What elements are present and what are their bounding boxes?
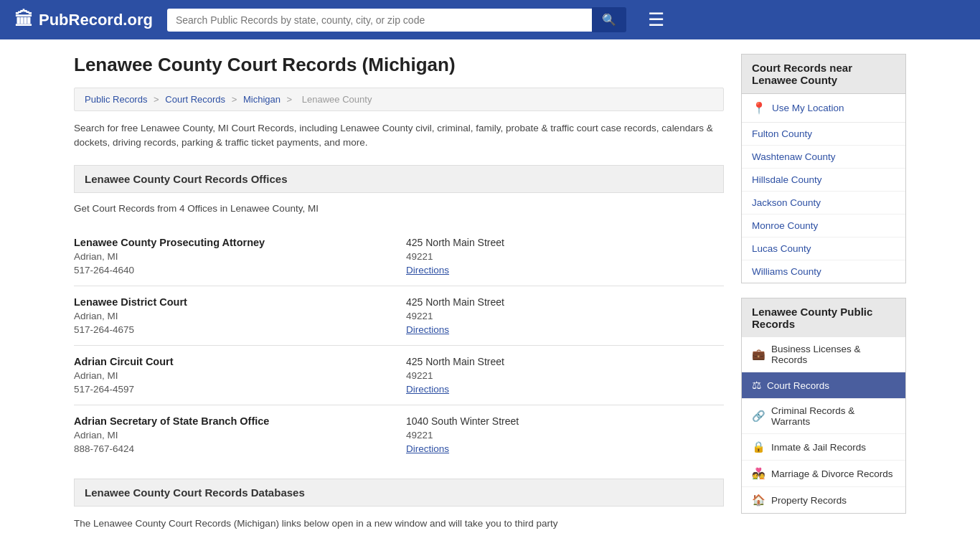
databases-section-header: Lenawee County Court Records Databases [74,479,724,507]
sidebar-item-label: Criminal Records & Warrants [771,405,895,427]
search-input[interactable] [167,9,592,32]
office-name: Adrian Circuit Court [74,356,392,367]
sidebar-item-court-records[interactable]: ⚖ Court Records [742,372,905,399]
sidebar-item-label: Business Licenses & Records [771,344,895,365]
office-entry: Lenawee County Prosecuting Attorney 425 … [74,227,724,286]
sidebar-public-records-section: 💼 Business Licenses & Records ⚖ Court Re… [741,337,906,514]
sidebar-item-williams-county[interactable]: Williams County [742,260,905,283]
sidebar-item-property-records[interactable]: 🏠 Property Records [742,487,905,513]
logo-icon: 🏛 [14,9,33,31]
breadcrumb-sep-2: > [232,94,240,105]
sidebar: Court Records near Lenawee County 📍 Use … [741,54,906,531]
directions-link[interactable]: Directions [406,324,724,335]
breadcrumb-court-records[interactable]: Court Records [165,94,225,105]
office-city: Adrian, MI [74,370,392,381]
office-phone: 517-264-4640 [74,265,392,276]
office-entry: Lenawee District Court 425 North Main St… [74,286,724,346]
briefcase-icon: 💼 [752,348,765,361]
office-zip: 49221 [406,311,724,321]
sidebar-item-inmate-records[interactable]: 🔒 Inmate & Jail Records [742,434,905,461]
lock-icon: 🔒 [752,441,765,453]
page-container: Lenawee County Court Records (Michigan) … [60,39,920,551]
office-zip: 49221 [406,430,724,441]
sidebar-item-fulton-county[interactable]: Fulton County [742,123,905,146]
office-city: Adrian, MI [74,311,392,321]
main-content: Lenawee County Court Records (Michigan) … [74,54,724,531]
office-city: Adrian, MI [74,430,392,441]
sidebar-item-jackson-county[interactable]: Jackson County [742,192,905,215]
directions-link[interactable]: Directions [406,384,724,395]
sidebar-item-criminal-records[interactable]: 🔗 Criminal Records & Warrants [742,399,905,434]
office-name: Lenawee District Court [74,296,392,308]
sidebar-public-records-title: Lenawee County Public Records [741,298,906,337]
offices-subtext: Get Court Records from 4 Offices in Lena… [74,203,724,214]
sidebar-item-label: Inmate & Jail Records [771,442,866,453]
site-logo[interactable]: 🏛 PubRecord.org [14,9,153,31]
breadcrumb-sep-3: > [287,94,295,105]
sidebar-nearby-section: 📍 Use My Location Fulton County Washtena… [741,94,906,283]
sidebar-item-washtenaw-county[interactable]: Washtenaw County [742,146,905,169]
location-icon: 📍 [752,101,766,115]
office-address: 425 North Main Street [406,356,724,367]
directions-link[interactable]: Directions [406,443,724,454]
breadcrumb-public-records[interactable]: Public Records [85,94,147,105]
site-header: 🏛 PubRecord.org 🔍 ☰ [0,0,980,39]
sidebar-nearby-title: Court Records near Lenawee County [741,54,906,94]
sidebar-item-monroe-county[interactable]: Monroe County [742,215,905,237]
office-entry: Adrian Secretary of State Branch Office … [74,405,724,464]
sidebar-item-business-licenses[interactable]: 💼 Business Licenses & Records [742,337,905,372]
office-zip: 49221 [406,251,724,262]
sidebar-item-hillsdale-county[interactable]: Hillsdale County [742,169,905,192]
search-bar: 🔍 [167,7,626,32]
sidebar-item-label: Marriage & Divorce Records [771,468,893,479]
sidebar-item-marriage-records[interactable]: 💑 Marriage & Divorce Records [742,461,905,487]
use-location-button[interactable]: 📍 Use My Location [742,94,905,123]
directions-link[interactable]: Directions [406,265,724,276]
office-entry: Adrian Circuit Court 425 North Main Stre… [74,346,724,405]
breadcrumb-lenawee: Lenawee County [302,94,372,105]
office-city: Adrian, MI [74,251,392,262]
office-phone: 517-264-4597 [74,384,392,395]
breadcrumb-sep-1: > [154,94,161,105]
office-phone: 888-767-6424 [74,443,392,454]
office-address: 425 North Main Street [406,237,724,248]
scales-icon: ⚖ [752,379,761,392]
sidebar-item-label: Property Records [771,495,847,506]
office-address: 1040 South Winter Street [406,415,724,427]
rings-icon: 💑 [752,467,765,480]
house-icon: 🏠 [752,494,765,507]
hamburger-menu-button[interactable]: ☰ [648,9,664,31]
office-phone: 517-264-4675 [74,324,392,335]
sidebar-item-lucas-county[interactable]: Lucas County [742,237,905,260]
offices-section-header: Lenawee County Court Records Offices [74,165,724,193]
offices-list: Lenawee County Prosecuting Attorney 425 … [74,227,724,464]
office-address: 425 North Main Street [406,296,724,308]
page-title: Lenawee County Court Records (Michigan) [74,54,724,76]
office-name: Adrian Secretary of State Branch Office [74,415,392,427]
office-name: Lenawee County Prosecuting Attorney [74,237,392,248]
breadcrumb: Public Records > Court Records > Michiga… [74,88,724,111]
use-location-label: Use My Location [772,103,844,113]
logo-text: PubRecord.org [39,11,153,29]
link-icon: 🔗 [752,410,765,423]
databases-description: The Lenawee County Court Records (Michig… [74,517,724,531]
search-button[interactable]: 🔍 [592,7,626,32]
sidebar-item-label: Court Records [767,380,829,391]
breadcrumb-michigan[interactable]: Michigan [243,94,281,105]
page-description: Search for free Lenawee County, MI Court… [74,121,724,151]
office-zip: 49221 [406,370,724,381]
